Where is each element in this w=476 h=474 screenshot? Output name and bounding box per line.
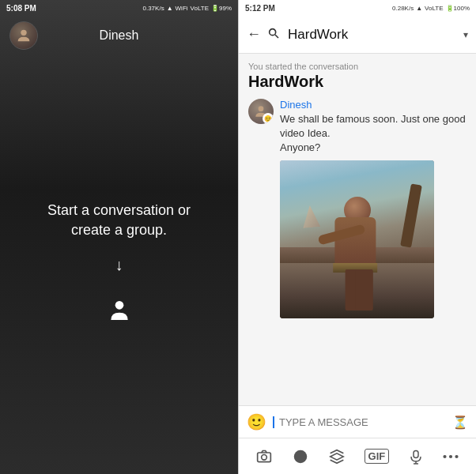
chat-title: HardWork [288,27,463,43]
svg-point-4 [259,106,264,111]
left-wifi-icon: WiFi [176,5,188,12]
left-status-icons: 0.37K/s ▲ WiFi VoLTE 🔋99% [143,5,232,12]
right-status-icons: 0.28K/s ▲ VoLTE 🔋100% [392,5,470,12]
right-network-icon: 0.28K/s [392,5,414,12]
bottom-toolbar: GIF [239,438,476,474]
right-battery-icon: 🔋100% [446,5,470,12]
svg-point-1 [115,301,123,310]
right-time: 5:12 PM [245,4,275,13]
svg-point-13 [455,454,458,457]
svg-point-11 [443,454,446,457]
svg-line-3 [275,35,278,38]
svg-point-7 [294,450,308,463]
left-time: 5:08 PM [6,4,36,13]
emoji-button[interactable]: 🙂 [247,412,266,431]
left-panel: 5:08 PM 0.37K/s ▲ WiFi VoLTE 🔋99% Dinesh… [0,0,238,474]
svg-point-2 [270,28,276,35]
avatar-badge: 😊 [263,113,274,124]
conversation-start-title: HardWork [248,73,467,91]
message-image[interactable] [280,160,434,318]
left-battery-icon: 🔋99% [211,5,232,12]
message-input[interactable] [273,416,446,428]
left-network-icon: 0.37K/s [143,5,164,12]
person-icon[interactable] [107,298,132,329]
svg-point-12 [449,454,452,457]
conversation-start-small: You started the conversation [248,62,467,71]
left-header: Dinesh [0,16,238,55]
back-button[interactable]: ← [247,26,261,43]
message-content: Dinesh We shall be famous soon. Just one… [280,99,467,318]
chat-area: You started the conversation HardWork 😊 … [239,54,476,405]
svg-point-0 [21,30,26,36]
mic-button[interactable] [409,449,423,465]
conversation-start: You started the conversation HardWork [248,62,467,91]
more-button[interactable] [443,454,459,459]
image-figure [280,160,434,318]
search-button[interactable] [267,27,280,43]
message-block: 😊 Dinesh We shall be famous soon. Just o… [248,99,467,318]
right-signal-icon: ▲ [416,5,422,12]
down-arrow-icon: ↓ [115,256,123,274]
message-sender: Dinesh [280,99,467,111]
left-panel-title: Dinesh [38,28,200,43]
svg-rect-8 [414,450,418,457]
left-status-bar: 5:08 PM 0.37K/s ▲ WiFi VoLTE 🔋99% [0,0,238,16]
right-volte-icon: VoLTE [425,5,443,12]
right-status-bar: 5:12 PM 0.28K/s ▲ VoLTE 🔋100% [239,0,476,16]
circle-button[interactable] [292,448,309,465]
gif-button[interactable]: GIF [365,449,390,464]
right-panel: 5:12 PM 0.28K/s ▲ VoLTE 🔋100% ← HardWork… [238,0,476,474]
avatar[interactable] [9,21,38,50]
message-text: We shall be famous soon. Just one good v… [280,112,467,156]
message-avatar: 😊 [248,99,274,124]
left-volte-icon: VoLTE [191,5,209,12]
start-conversation-text: Start a conversation or create a group. [47,201,191,240]
dropdown-icon[interactable]: ▾ [463,29,468,40]
right-header: ← HardWork ▾ [239,16,476,54]
svg-point-6 [262,454,267,460]
input-area: 🙂 ⏳ [239,405,476,438]
layers-button[interactable] [329,449,345,465]
left-signal-icon: ▲ [167,5,173,12]
left-content: Start a conversation or create a group. … [0,55,238,474]
timer-icon[interactable]: ⏳ [452,415,468,430]
camera-button[interactable] [256,449,272,465]
